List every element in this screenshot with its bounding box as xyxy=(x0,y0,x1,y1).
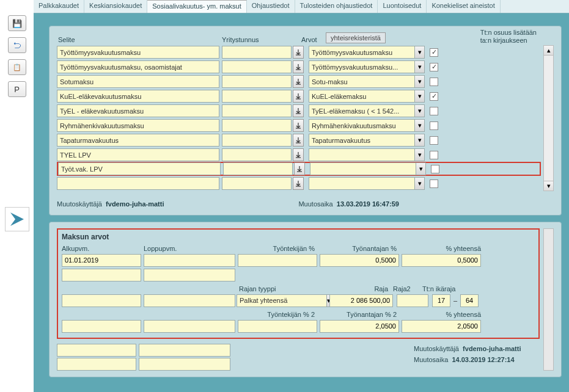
yritystunnus-input[interactable] xyxy=(222,177,292,190)
checkbox[interactable] xyxy=(430,136,438,145)
arvot-button[interactable] xyxy=(294,162,305,175)
select-input[interactable] xyxy=(309,60,414,73)
select-input[interactable] xyxy=(309,104,414,117)
tyontekijan2-input[interactable] xyxy=(238,320,317,333)
dropdown-icon[interactable]: ▾ xyxy=(414,60,425,73)
checkbox[interactable] xyxy=(430,180,438,188)
alkupvm-input-2[interactable] xyxy=(62,269,141,281)
select-input[interactable] xyxy=(309,46,414,59)
raja2-input[interactable] xyxy=(397,294,428,307)
selite-input[interactable] xyxy=(58,162,221,175)
alkupvm-input[interactable] xyxy=(62,254,141,267)
checkbox[interactable] xyxy=(430,122,438,130)
yritystunnus-input[interactable] xyxy=(223,162,293,175)
selite-input[interactable] xyxy=(57,148,219,161)
loppupvm-input-2[interactable] xyxy=(144,269,235,281)
tab-ohjaustiedot[interactable]: Ohjaustiedot xyxy=(247,0,295,13)
yhteisrekisterista-button[interactable]: yhteisrekisteristä xyxy=(326,32,386,43)
p-button[interactable]: P xyxy=(8,81,26,97)
tab-tulosteiden[interactable]: Tulosteiden ohjaustiedot xyxy=(295,0,378,13)
selite-input[interactable] xyxy=(57,134,219,147)
checkbox[interactable] xyxy=(431,165,439,173)
dropdown-icon[interactable]: ▾ xyxy=(414,90,425,103)
yritystunnus-input[interactable] xyxy=(222,104,292,117)
bottom-input-2b[interactable] xyxy=(139,358,230,371)
scroll-up-icon[interactable]: ▴ xyxy=(544,46,553,56)
select-input[interactable] xyxy=(309,90,414,103)
checkbox[interactable] xyxy=(430,151,438,159)
arvot-button[interactable] xyxy=(293,134,304,147)
selite-input[interactable] xyxy=(57,60,219,73)
arvot-button[interactable] xyxy=(293,90,304,103)
arvot-button[interactable] xyxy=(293,148,304,161)
scroll-down-icon[interactable]: ▾ xyxy=(544,181,553,191)
rajan-tyyppi-select[interactable] xyxy=(237,294,326,307)
yritystunnus-input[interactable] xyxy=(222,90,292,103)
tyonantajan2-input[interactable] xyxy=(320,320,399,333)
tyonantajan-input[interactable] xyxy=(320,254,399,267)
arvot-button[interactable] xyxy=(293,46,304,59)
checkbox[interactable] xyxy=(430,107,438,115)
select-input[interactable] xyxy=(309,75,414,88)
selite-input[interactable] xyxy=(57,75,219,88)
bottom-scrollbar[interactable] xyxy=(543,228,554,371)
tyontekijan-input[interactable] xyxy=(238,254,317,267)
ikaraja-min-input[interactable] xyxy=(432,294,450,307)
extra-input-3[interactable] xyxy=(62,320,141,333)
yhteensa2-input[interactable] xyxy=(402,320,481,333)
scrollbar[interactable]: ▴ ▾ xyxy=(543,45,554,191)
arvot-button[interactable] xyxy=(293,60,304,73)
yritystunnus-input[interactable] xyxy=(222,75,292,88)
tab-sosiaalivakuutus[interactable]: Sosiaalivakuutus- ym. maksut xyxy=(147,0,247,13)
tab-palkkakaudet[interactable]: Palkkakaudet xyxy=(34,0,84,13)
yritystunnus-input[interactable] xyxy=(222,148,292,161)
dropdown-icon[interactable]: ▾ xyxy=(414,75,425,88)
selite-input[interactable] xyxy=(57,119,219,132)
arvot-button[interactable] xyxy=(293,119,304,132)
dropdown-icon[interactable]: ▾ xyxy=(414,134,425,147)
dropdown-icon[interactable]: ▾ xyxy=(414,177,425,190)
document-button[interactable]: 📋 xyxy=(8,59,26,75)
arvot-button[interactable] xyxy=(293,75,304,88)
dropdown-icon[interactable]: ▾ xyxy=(414,46,425,59)
dropdown-icon[interactable]: ▾ xyxy=(416,162,426,175)
back-button[interactable]: ⮌ xyxy=(8,37,26,53)
select-input[interactable] xyxy=(309,119,414,132)
select-input[interactable] xyxy=(309,134,414,147)
extra-input-2[interactable] xyxy=(144,294,235,307)
dropdown-icon[interactable]: ▾ xyxy=(414,119,425,132)
dropdown-icon[interactable]: ▾ xyxy=(414,104,425,117)
yritystunnus-input[interactable] xyxy=(222,46,292,59)
selite-input[interactable] xyxy=(57,104,219,117)
yritystunnus-input[interactable] xyxy=(222,119,292,132)
tab-konekieliset[interactable]: Konekieliset aineistot xyxy=(427,0,500,13)
yritystunnus-input[interactable] xyxy=(222,134,292,147)
ikaraja-max-input[interactable] xyxy=(460,294,479,307)
checkbox[interactable] xyxy=(430,78,438,86)
raja-input[interactable] xyxy=(329,294,393,307)
tab-keskiansiokaudet[interactable]: Keskiansiokaudet xyxy=(84,0,147,13)
header-raja2: Raja2 xyxy=(393,285,422,292)
checkbox[interactable] xyxy=(430,48,438,57)
arvot-button[interactable] xyxy=(293,104,304,117)
yritystunnus-input[interactable] xyxy=(222,60,292,73)
bottom-input-1b[interactable] xyxy=(139,344,230,357)
checkbox[interactable] xyxy=(430,92,438,101)
selite-input[interactable] xyxy=(57,90,219,103)
bottom-input-1a[interactable] xyxy=(57,344,136,357)
extra-input-1[interactable] xyxy=(62,294,141,307)
yhteensa-input[interactable] xyxy=(402,254,481,267)
arvot-button[interactable] xyxy=(293,177,304,190)
select-input[interactable] xyxy=(309,177,414,190)
selite-input[interactable] xyxy=(57,177,219,190)
dropdown-icon[interactable]: ▾ xyxy=(414,148,425,161)
select-input[interactable] xyxy=(309,148,414,161)
select-input[interactable] xyxy=(310,162,416,175)
extra-input-4[interactable] xyxy=(144,320,235,333)
selite-input[interactable] xyxy=(57,46,219,59)
save-button[interactable]: 💾 xyxy=(8,15,26,31)
tab-luontoisedut[interactable]: Luontoisedut xyxy=(378,0,427,13)
bottom-input-2a[interactable] xyxy=(57,358,136,371)
loppupvm-input[interactable] xyxy=(144,254,235,267)
checkbox[interactable] xyxy=(430,63,438,71)
